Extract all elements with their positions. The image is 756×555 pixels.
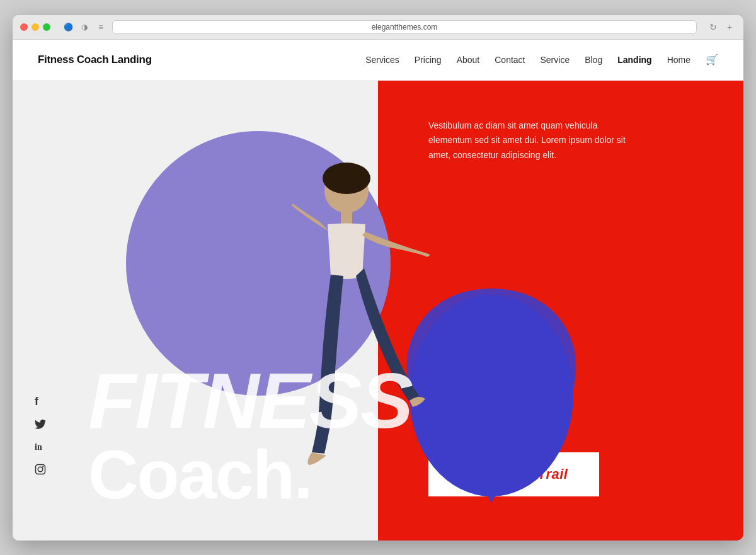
svg-rect-6 xyxy=(341,210,352,226)
nav-item-home[interactable]: Home xyxy=(667,54,690,66)
nav-item-contact[interactable]: Contact xyxy=(495,54,525,66)
browser-window: 🔵 ◑ ≡ elegantthemes.com ↻ + Fitness Coac… xyxy=(13,15,743,541)
browser-chrome: 🔵 ◑ ≡ elegantthemes.com ↻ + xyxy=(13,15,743,40)
nav-link-service[interactable]: Service xyxy=(540,55,570,65)
nav-link-about[interactable]: About xyxy=(457,55,480,65)
cart-icon[interactable]: 🛒 xyxy=(706,54,718,65)
yoga-person-figure xyxy=(183,131,435,509)
hero-description: Vestibulum ac diam sit amet quam vehicul… xyxy=(428,118,630,163)
nav-item-landing[interactable]: Landing xyxy=(617,54,651,66)
svg-point-1 xyxy=(38,467,43,472)
reload-icon[interactable]: ↻ xyxy=(707,21,719,33)
close-button[interactable] xyxy=(20,23,28,31)
maximize-button[interactable] xyxy=(43,23,50,31)
brand-logo[interactable]: Fitness Coach Landing xyxy=(38,54,152,66)
svg-rect-0 xyxy=(36,464,45,474)
nav-link-services[interactable]: Services xyxy=(365,55,399,65)
nav-link-pricing[interactable]: Pricing xyxy=(415,55,442,65)
site-content: Fitness Coach Landing Services Pricing A… xyxy=(13,40,743,541)
privacy-icon[interactable]: 🔵 xyxy=(62,21,74,33)
nav-link-home[interactable]: Home xyxy=(667,55,690,65)
nav-item-service[interactable]: Service xyxy=(540,54,570,66)
svg-point-5 xyxy=(323,163,370,194)
twitter-icon[interactable] xyxy=(35,420,46,431)
facebook-icon[interactable]: f xyxy=(35,395,46,408)
nav-item-blog[interactable]: Blog xyxy=(585,54,602,66)
hero-section: f in Vestibulum ac diam sit amet quam ve… xyxy=(13,81,743,541)
navbar: Fitness Coach Landing Services Pricing A… xyxy=(13,40,743,81)
nav-item-about[interactable]: About xyxy=(457,54,480,66)
social-icons: f in xyxy=(35,395,46,478)
browser-extra: ↻ + xyxy=(707,21,736,33)
nav-link-contact[interactable]: Contact xyxy=(495,55,525,65)
nav-link-blog[interactable]: Blog xyxy=(585,55,602,65)
nav-cart[interactable]: 🛒 xyxy=(706,54,718,66)
nav-links: Services Pricing About Contact Service B… xyxy=(365,54,718,66)
nav-item-services[interactable]: Services xyxy=(365,54,399,66)
nav-link-landing[interactable]: Landing xyxy=(617,55,651,65)
hero-description-block: Vestibulum ac diam sit amet quam vehicul… xyxy=(428,112,706,163)
nav-item-pricing[interactable]: Pricing xyxy=(415,54,442,66)
traffic-lights xyxy=(20,23,50,31)
instagram-icon[interactable] xyxy=(35,464,46,478)
linkedin-icon[interactable]: in xyxy=(35,442,46,452)
new-tab-icon[interactable]: + xyxy=(723,21,736,33)
dark-mode-icon[interactable]: ◑ xyxy=(78,21,91,33)
browser-controls: 🔵 ◑ ≡ xyxy=(62,21,107,33)
address-bar[interactable]: elegantthemes.com xyxy=(112,20,697,34)
menu-icon[interactable]: ≡ xyxy=(94,21,107,33)
minimize-button[interactable] xyxy=(32,23,39,31)
svg-point-2 xyxy=(42,466,43,467)
